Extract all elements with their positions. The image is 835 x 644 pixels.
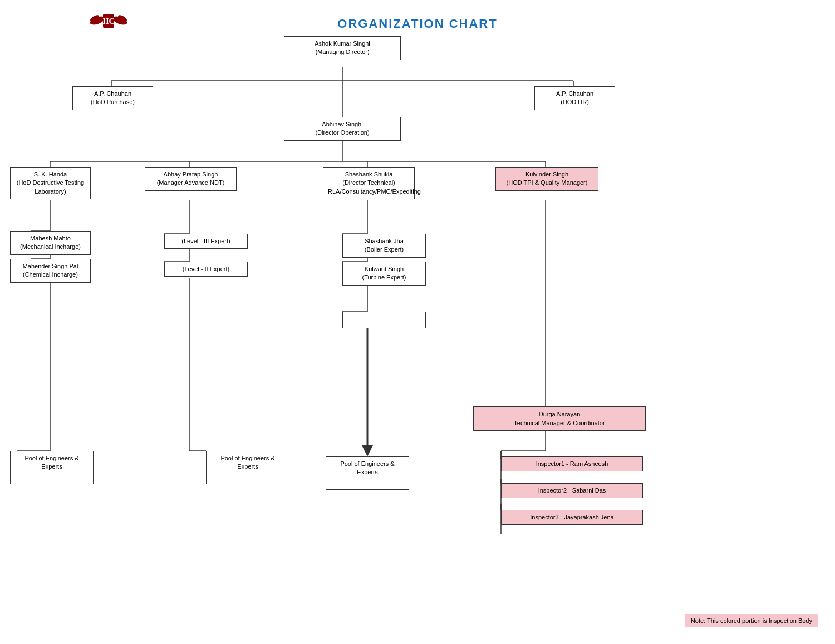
hod-purchase-role: (HoD Purchase) (77, 98, 148, 106)
svg-marker-36 (362, 445, 373, 456)
kulwant-role: (Turbine Expert) (347, 273, 421, 282)
abhay-role: (Manager Advance NDT) (150, 179, 232, 187)
inspector3-box: Inspector3 - Jayaprakash Jena (501, 510, 643, 525)
logo: HC (89, 8, 128, 39)
level3-box: (Level - III Expert) (164, 234, 248, 249)
pool2-text: Pool of Engineers & Experts (211, 454, 284, 471)
sk-handa-name: S. K. Handa (15, 170, 86, 179)
dir-ops-name: Abhinav Singhi (289, 120, 396, 129)
kulvinder-name: Kulvinder Singh (500, 170, 593, 179)
level3-label: (Level - III Expert) (169, 237, 243, 245)
pool2-box: Pool of Engineers & Experts (206, 451, 289, 484)
pool3-text: Pool of Engineers & Experts (331, 460, 404, 477)
hod-purchase-box: A.P. Chauhan (HoD Purchase) (72, 86, 153, 110)
mahender-name: Mahender Singh Pal (15, 262, 86, 271)
durga-name: Durga Narayan (539, 411, 581, 417)
page: HC ORGANIZATION CHART (0, 0, 835, 644)
dir-ops-role: (Director Operation) (289, 129, 396, 137)
kulwant-name: Kulwant Singh (347, 265, 421, 273)
level2-label: (Level - II Expert) (169, 265, 243, 273)
director-ops-box: Abhinav Singhi (Director Operation) (284, 117, 401, 141)
sk-handa-box: S. K. Handa (HoD Destructive Testing Lab… (10, 167, 91, 199)
shashank-jha-box: Shashank Jha (Boiler Expert) (342, 234, 426, 258)
note-text: Note: This colored portion is Inspection… (691, 617, 812, 624)
mahesh-role: (Mechanical Incharge) (15, 243, 86, 251)
sk-handa-role: (HoD Destructive Testing Laboratory) (15, 179, 86, 196)
md-name: Ashok Kumar Singhi (289, 40, 396, 48)
durga-role: Technical Manager & Coordinator (478, 419, 641, 427)
shukla-role: (Director Technical) RLA/Consultancy/PMC… (328, 179, 410, 196)
shukla-name: Shashank Shukla (328, 170, 410, 179)
inspector1-box: Inspector1 - Ram Asheesh (501, 456, 643, 471)
inspector3-name: Inspector3 - Jayaprakash Jena (506, 513, 638, 522)
jha-name: Shashank Jha (347, 237, 421, 245)
abhay-pratap-box: Abhay Pratap Singh (Manager Advance NDT) (145, 167, 237, 191)
level2-box: (Level - II Expert) (164, 262, 248, 277)
mahesh-mahto-box: Mahesh Mahto (Mechanical Incharge) (10, 231, 91, 255)
note-box: Note: This colored portion is Inspection… (685, 614, 818, 627)
kulwant-singh-box: Kulwant Singh (Turbine Expert) (342, 262, 426, 286)
svg-text:HC: HC (103, 17, 115, 26)
mahender-singh-box: Mahender Singh Pal (Chemical Incharge) (10, 259, 91, 283)
durga-narayan-box: Durga Narayan Technical Manager & Coordi… (473, 406, 646, 431)
mahesh-name: Mahesh Mahto (15, 234, 86, 243)
managing-director-box: Ashok Kumar Singhi (Managing Director) (284, 36, 401, 60)
mahender-role: (Chemical Incharge) (15, 271, 86, 279)
kulvinder-role: (HOD TPI & Quality Manager) (500, 179, 593, 187)
hod-purchase-name: A.P. Chauhan (77, 90, 148, 98)
md-role: (Managing Director) (289, 48, 396, 56)
shashank-shukla-box: Shashank Shukla (Director Technical) RLA… (323, 167, 415, 199)
inspector1-name: Inspector1 - Ram Asheesh (506, 460, 638, 468)
pool1-box: Pool of Engineers & Experts (10, 451, 94, 484)
hod-hr-name: A.P. Chauhan (539, 90, 610, 98)
hod-hr-box: A.P. Chauhan (HOD HR) (534, 86, 615, 110)
page-title: ORGANIZATION CHART (11, 17, 824, 31)
abhay-name: Abhay Pratap Singh (150, 170, 232, 179)
jha-role: (Boiler Expert) (347, 245, 421, 254)
other-expert-box (342, 312, 426, 328)
kulvinder-singh-box: Kulvinder Singh (HOD TPI & Quality Manag… (495, 167, 598, 191)
inspector2-box: Inspector2 - Sabarni Das (501, 483, 643, 498)
inspector2-name: Inspector2 - Sabarni Das (506, 486, 638, 495)
pool1-text: Pool of Engineers & Experts (15, 454, 89, 471)
pool3-box: Pool of Engineers & Experts (326, 456, 409, 490)
hod-hr-role: (HOD HR) (539, 98, 610, 106)
